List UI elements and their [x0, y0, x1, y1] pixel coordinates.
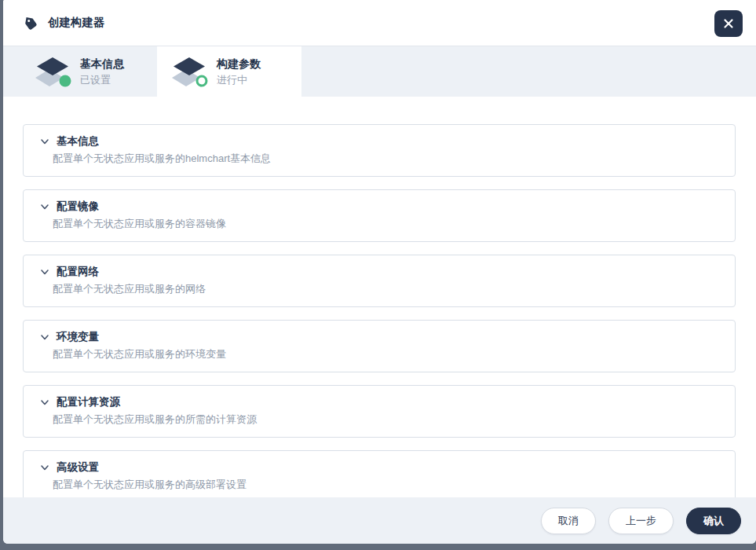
section-description: 配置单个无状态应用或服务的环境变量 [53, 347, 719, 361]
dialog-footer: 取消 上一步 确认 [3, 497, 756, 544]
section-header[interactable]: 配置镜像 [39, 200, 719, 214]
step-label: 构建参数 [217, 57, 261, 71]
section-header[interactable]: 配置计算资源 [39, 395, 719, 409]
step-status: 已设置 [80, 73, 124, 87]
step-status: 进行中 [217, 73, 261, 87]
section-title: 高级设置 [57, 460, 99, 475]
page-background: 创建构建器 基本信息 [0, 0, 756, 550]
section-title: 配置计算资源 [57, 395, 120, 409]
section-title: 配置网络 [57, 265, 99, 279]
dialog-title: 创建构建器 [48, 16, 105, 30]
chevron-down-icon [39, 462, 50, 473]
section-title: 配置镜像 [57, 200, 99, 214]
section-compute-resources: 配置计算资源 配置单个无状态应用或服务的所需的计算资源 [23, 385, 736, 438]
tag-icon [23, 15, 38, 31]
step-build-params[interactable]: 构建参数 进行中 [157, 46, 301, 97]
section-description: 配置单个无状态应用或服务的所需的计算资源 [53, 412, 719, 427]
step-label: 基本信息 [80, 57, 124, 71]
layers-done-icon [35, 56, 72, 88]
section-image-config: 配置镜像 配置单个无状态应用或服务的容器镜像 [23, 189, 736, 242]
section-description: 配置单个无状态应用或服务的网络 [53, 282, 719, 296]
dialog-body: 基本信息 配置单个无状态应用或服务的helmchart基本信息 配置镜像 配置单… [3, 97, 756, 497]
section-header[interactable]: 环境变量 [39, 330, 719, 344]
section-basic-info: 基本信息 配置单个无状态应用或服务的helmchart基本信息 [23, 124, 736, 177]
steps-bar: 基本信息 已设置 构建参数 进行中 [3, 46, 756, 97]
step-text: 基本信息 已设置 [80, 57, 124, 87]
chevron-down-icon [39, 201, 50, 212]
chevron-down-icon [39, 332, 50, 343]
section-header[interactable]: 高级设置 [39, 460, 719, 475]
section-header[interactable]: 配置网络 [39, 265, 719, 279]
chevron-down-icon [39, 266, 50, 277]
cancel-button[interactable]: 取消 [541, 508, 596, 534]
confirm-button[interactable]: 确认 [686, 508, 741, 534]
section-header[interactable]: 基本信息 [39, 134, 719, 148]
section-network-config: 配置网络 配置单个无状态应用或服务的网络 [23, 255, 736, 307]
section-description: 配置单个无状态应用或服务的helmchart基本信息 [53, 152, 719, 166]
close-button[interactable] [714, 10, 743, 37]
previous-step-button[interactable]: 上一步 [608, 508, 674, 534]
chevron-down-icon [39, 136, 50, 147]
section-title: 环境变量 [57, 330, 99, 344]
chevron-down-icon [39, 397, 50, 408]
section-description: 配置单个无状态应用或服务的容器镜像 [53, 217, 719, 231]
layers-active-icon [172, 56, 209, 88]
step-basic-info[interactable]: 基本信息 已设置 [3, 46, 157, 97]
close-icon [723, 18, 734, 29]
create-builder-dialog: 创建构建器 基本信息 [3, 0, 756, 544]
section-description: 配置单个无状态应用或服务的高级部署设置 [53, 478, 719, 492]
section-advanced-settings: 高级设置 配置单个无状态应用或服务的高级部署设置 [23, 450, 736, 497]
section-title: 基本信息 [57, 134, 99, 148]
dialog-header: 创建构建器 [3, 0, 756, 46]
section-env-vars: 环境变量 配置单个无状态应用或服务的环境变量 [23, 320, 736, 372]
step-text: 构建参数 进行中 [217, 57, 261, 87]
